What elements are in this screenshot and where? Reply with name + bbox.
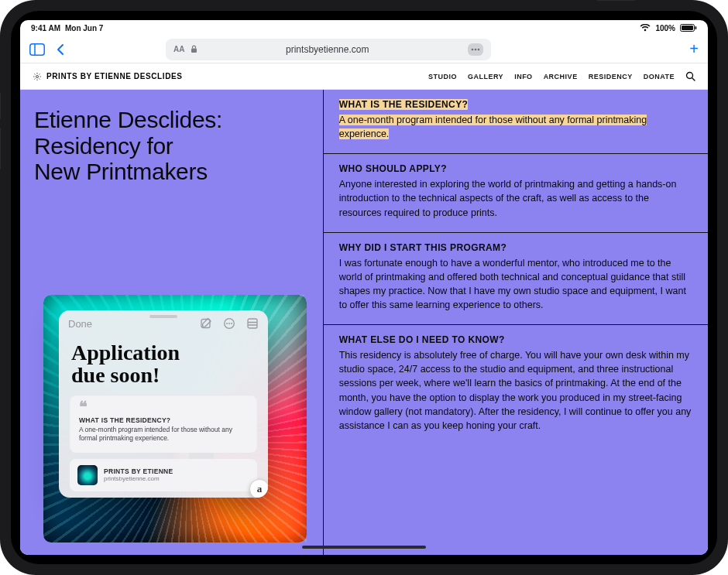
back-button[interactable] (56, 43, 65, 56)
quick-note-popover[interactable]: Done (59, 310, 268, 498)
sidebar-icon[interactable] (29, 43, 45, 56)
notes-grid-icon[interactable] (246, 317, 259, 330)
nav-gallery[interactable]: GALLERY (468, 73, 503, 80)
more-icon[interactable] (223, 317, 235, 330)
faq-what: WHAT IS THE RESIDENCY? A one-month progr… (324, 90, 708, 154)
note-source-card[interactable]: PRINTS BY ETIENNE printsbyetienne.com (70, 459, 257, 491)
svg-point-8 (478, 48, 480, 50)
url-text: printsbyetienne.com (193, 44, 462, 55)
reader-aa-icon[interactable]: AA (173, 45, 184, 53)
page-heading: Etienne Desclides: Residency for New Pri… (34, 107, 309, 185)
note-quote-card[interactable]: ❝ WHAT IS THE RESIDENCY? A one-month pro… (70, 395, 257, 453)
compose-icon[interactable] (200, 317, 212, 330)
svg-line-14 (34, 74, 35, 74)
url-bar[interactable]: AA printsbyetienne.com (166, 39, 491, 60)
new-tab-button[interactable]: + (689, 40, 699, 58)
faq-why-heading: WHY DID I START THIS PROGRAM? (339, 242, 694, 253)
note-source-title: PRINTS BY ETIENNE (104, 467, 173, 475)
battery-icon (680, 24, 697, 32)
wifi-icon (640, 24, 651, 32)
volume-up-button[interactable] (0, 93, 1, 119)
faq-why-text: I was fortunate enough to have a wonderf… (339, 256, 694, 313)
nav-studio[interactable]: STUDIO (428, 73, 457, 80)
faq-who: WHO SHOULD APPLY? Anyone interested in e… (324, 154, 708, 232)
note-done-button[interactable]: Done (68, 318, 92, 330)
note-source-url: printsbyetienne.com (104, 475, 173, 482)
gear-icon (33, 72, 42, 81)
status-time: 9:41 AM (31, 24, 60, 33)
nav-residency[interactable]: RESIDENCY (589, 73, 633, 80)
page-body: Etienne Desclides: Residency for New Pri… (20, 90, 708, 555)
note-quote-heading: WHAT IS THE RESIDENCY? (79, 416, 248, 424)
svg-point-22 (226, 323, 228, 324)
svg-line-17 (34, 78, 35, 79)
search-icon[interactable] (685, 71, 695, 81)
quote-icon: ❝ (79, 402, 248, 412)
svg-line-16 (39, 74, 40, 74)
svg-point-6 (472, 48, 474, 50)
faq-what-text: A one-month program intended for those w… (339, 115, 647, 139)
faq-else-heading: WHAT ELSE DO I NEED TO KNOW? (339, 334, 694, 345)
svg-point-7 (475, 48, 477, 50)
home-indicator[interactable] (302, 546, 426, 549)
page-actions-icon[interactable] (468, 43, 483, 56)
status-date: Mon Jun 7 (65, 24, 103, 33)
svg-rect-2 (695, 26, 697, 29)
quick-note-body[interactable]: Application due soon! ❝ WHAT IS THE RESI… (59, 337, 268, 498)
site-logo[interactable]: PRINTS BY ETIENNE DESCLIDES (33, 72, 183, 81)
svg-point-24 (231, 323, 232, 324)
svg-line-19 (692, 78, 695, 80)
faq-else: WHAT ELSE DO I NEED TO KNOW? This reside… (324, 325, 708, 445)
favicon (77, 465, 98, 485)
faq-who-text: Anyone interested in exploring the world… (339, 177, 694, 219)
bezel: 9:41 AM Mon Jun 7 100% (11, 11, 717, 564)
power-button[interactable] (596, 0, 635, 1)
faq-what-heading: WHAT IS THE RESIDENCY? (339, 99, 469, 110)
screen: 9:41 AM Mon Jun 7 100% (20, 20, 708, 555)
svg-line-15 (39, 78, 40, 79)
nav-info[interactable]: INFO (514, 73, 533, 80)
quick-note-toolbar: Done (59, 310, 268, 337)
status-bar: 9:41 AM Mon Jun 7 100% (20, 20, 708, 36)
site-header: PRINTS BY ETIENNE DESCLIDES STUDIO GALLE… (20, 63, 708, 90)
svg-point-23 (228, 323, 230, 324)
svg-point-9 (36, 75, 39, 77)
note-grabber[interactable] (149, 315, 177, 318)
nav-archive[interactable]: ARCHIVE (544, 73, 578, 80)
safari-toolbar: AA printsbyetienne.com + (20, 36, 708, 63)
battery-percent: 100% (655, 24, 675, 33)
svg-rect-1 (682, 26, 693, 30)
site-title-text: PRINTS BY ETIENNE DESCLIDES (46, 72, 183, 80)
site-nav: STUDIO GALLERY INFO ARCHIVE RESIDENCY DO… (428, 71, 695, 81)
faq-else-text: This residency is absolutely free of cha… (339, 348, 694, 433)
note-quote-text: A one-month program intended for those w… (79, 426, 248, 443)
nav-donate[interactable]: DONATE (644, 73, 675, 80)
page-right-col: WHAT IS THE RESIDENCY? A one-month progr… (323, 90, 708, 555)
svg-rect-3 (30, 43, 44, 54)
faq-who-heading: WHO SHOULD APPLY? (339, 163, 694, 174)
ipad-frame: 9:41 AM Mon Jun 7 100% (0, 0, 728, 575)
svg-rect-25 (248, 319, 257, 328)
volume-down-button[interactable] (0, 128, 1, 169)
note-handwriting: Application due soon! (70, 337, 257, 395)
page-left-col: Etienne Desclides: Residency for New Pri… (20, 90, 323, 555)
faq-why: WHY DID I START THIS PROGRAM? I was fort… (324, 233, 708, 326)
